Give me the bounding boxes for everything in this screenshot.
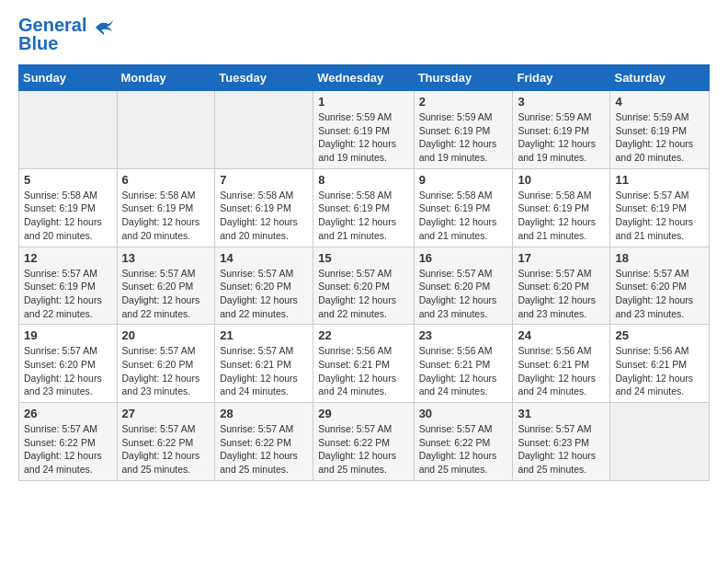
day-number: 8 bbox=[318, 173, 408, 187]
day-number: 9 bbox=[419, 173, 508, 187]
logo: General Blue bbox=[18, 15, 114, 53]
day-number: 30 bbox=[419, 407, 508, 420]
calendar-cell: 18Sunrise: 5:57 AM Sunset: 6:20 PM Dayli… bbox=[610, 247, 710, 325]
day-number: 11 bbox=[615, 173, 704, 187]
day-detail: Sunrise: 5:57 AM Sunset: 6:22 PM Dayligh… bbox=[24, 422, 112, 477]
day-detail: Sunrise: 5:56 AM Sunset: 6:21 PM Dayligh… bbox=[615, 344, 704, 398]
week-row-4: 26Sunrise: 5:57 AM Sunset: 6:22 PM Dayli… bbox=[19, 403, 710, 481]
day-detail: Sunrise: 5:57 AM Sunset: 6:20 PM Dayligh… bbox=[24, 344, 112, 398]
week-row-1: 5Sunrise: 5:58 AM Sunset: 6:19 PM Daylig… bbox=[19, 168, 710, 247]
day-number: 16 bbox=[419, 251, 508, 265]
day-detail: Sunrise: 5:59 AM Sunset: 6:19 PM Dayligh… bbox=[615, 110, 704, 165]
day-detail: Sunrise: 5:57 AM Sunset: 6:23 PM Dayligh… bbox=[518, 422, 605, 477]
day-number: 24 bbox=[518, 328, 605, 342]
day-detail: Sunrise: 5:58 AM Sunset: 6:19 PM Dayligh… bbox=[122, 189, 210, 243]
calendar-cell: 5Sunrise: 5:58 AM Sunset: 6:19 PM Daylig… bbox=[19, 168, 118, 247]
day-detail: Sunrise: 5:57 AM Sunset: 6:20 PM Dayligh… bbox=[419, 267, 508, 321]
calendar-cell: 11Sunrise: 5:57 AM Sunset: 6:19 PM Dayli… bbox=[610, 168, 710, 247]
page: General Blue SundayMondayTuesdayWednesda… bbox=[0, 0, 728, 496]
calendar-cell: 15Sunrise: 5:57 AM Sunset: 6:20 PM Dayli… bbox=[313, 247, 414, 325]
calendar-cell bbox=[19, 91, 118, 169]
calendar-cell: 23Sunrise: 5:56 AM Sunset: 6:21 PM Dayli… bbox=[414, 325, 513, 403]
day-number: 19 bbox=[24, 328, 112, 342]
calendar-cell bbox=[215, 91, 313, 169]
week-row-0: 1Sunrise: 5:59 AM Sunset: 6:19 PM Daylig… bbox=[19, 91, 710, 169]
calendar-cell: 14Sunrise: 5:57 AM Sunset: 6:20 PM Dayli… bbox=[215, 247, 313, 325]
day-detail: Sunrise: 5:57 AM Sunset: 6:22 PM Dayligh… bbox=[220, 422, 308, 477]
day-number: 5 bbox=[24, 173, 112, 187]
day-number: 22 bbox=[318, 328, 408, 342]
calendar-cell: 17Sunrise: 5:57 AM Sunset: 6:20 PM Dayli… bbox=[513, 247, 610, 325]
weekday-header-sunday: Sunday bbox=[19, 65, 118, 91]
day-detail: Sunrise: 5:57 AM Sunset: 6:21 PM Dayligh… bbox=[220, 344, 308, 398]
calendar-cell: 27Sunrise: 5:57 AM Sunset: 6:22 PM Dayli… bbox=[117, 403, 215, 481]
day-detail: Sunrise: 5:57 AM Sunset: 6:22 PM Dayligh… bbox=[122, 422, 210, 477]
weekday-header-saturday: Saturday bbox=[610, 65, 710, 91]
calendar-cell: 20Sunrise: 5:57 AM Sunset: 6:20 PM Dayli… bbox=[117, 325, 215, 403]
day-detail: Sunrise: 5:57 AM Sunset: 6:20 PM Dayligh… bbox=[318, 267, 408, 321]
day-detail: Sunrise: 5:57 AM Sunset: 6:20 PM Dayligh… bbox=[518, 267, 605, 321]
day-number: 1 bbox=[318, 95, 408, 109]
day-detail: Sunrise: 5:57 AM Sunset: 6:22 PM Dayligh… bbox=[318, 422, 408, 477]
day-number: 12 bbox=[24, 251, 112, 265]
calendar-cell: 31Sunrise: 5:57 AM Sunset: 6:23 PM Dayli… bbox=[513, 403, 610, 481]
day-number: 15 bbox=[318, 251, 408, 265]
day-detail: Sunrise: 5:59 AM Sunset: 6:19 PM Dayligh… bbox=[419, 110, 508, 165]
week-row-2: 12Sunrise: 5:57 AM Sunset: 6:19 PM Dayli… bbox=[19, 247, 710, 325]
day-detail: Sunrise: 5:58 AM Sunset: 6:19 PM Dayligh… bbox=[518, 189, 605, 243]
calendar-cell: 28Sunrise: 5:57 AM Sunset: 6:22 PM Dayli… bbox=[215, 403, 313, 481]
day-detail: Sunrise: 5:56 AM Sunset: 6:21 PM Dayligh… bbox=[419, 344, 508, 398]
day-detail: Sunrise: 5:57 AM Sunset: 6:20 PM Dayligh… bbox=[122, 344, 210, 398]
calendar-cell: 26Sunrise: 5:57 AM Sunset: 6:22 PM Dayli… bbox=[19, 403, 118, 481]
day-detail: Sunrise: 5:56 AM Sunset: 6:21 PM Dayligh… bbox=[518, 344, 605, 398]
day-detail: Sunrise: 5:57 AM Sunset: 6:19 PM Dayligh… bbox=[24, 267, 112, 321]
calendar-cell: 16Sunrise: 5:57 AM Sunset: 6:20 PM Dayli… bbox=[414, 247, 513, 325]
logo-bird-icon bbox=[94, 18, 114, 35]
day-number: 14 bbox=[220, 251, 308, 265]
calendar-cell: 8Sunrise: 5:58 AM Sunset: 6:19 PM Daylig… bbox=[313, 168, 414, 247]
day-detail: Sunrise: 5:57 AM Sunset: 6:22 PM Dayligh… bbox=[419, 422, 508, 477]
calendar-cell: 13Sunrise: 5:57 AM Sunset: 6:20 PM Dayli… bbox=[117, 247, 215, 325]
calendar-cell: 12Sunrise: 5:57 AM Sunset: 6:19 PM Dayli… bbox=[19, 247, 118, 325]
weekday-header-row: SundayMondayTuesdayWednesdayThursdayFrid… bbox=[19, 65, 710, 91]
week-row-3: 19Sunrise: 5:57 AM Sunset: 6:20 PM Dayli… bbox=[19, 325, 710, 403]
day-number: 27 bbox=[122, 407, 210, 420]
day-number: 23 bbox=[419, 328, 508, 342]
day-number: 18 bbox=[615, 251, 704, 265]
calendar-cell: 7Sunrise: 5:58 AM Sunset: 6:19 PM Daylig… bbox=[215, 168, 313, 247]
calendar-cell bbox=[117, 91, 215, 169]
day-number: 7 bbox=[220, 173, 308, 187]
calendar-cell: 4Sunrise: 5:59 AM Sunset: 6:19 PM Daylig… bbox=[610, 91, 710, 169]
day-detail: Sunrise: 5:56 AM Sunset: 6:21 PM Dayligh… bbox=[318, 344, 408, 398]
calendar-cell: 29Sunrise: 5:57 AM Sunset: 6:22 PM Dayli… bbox=[313, 403, 414, 481]
day-number: 2 bbox=[419, 95, 508, 109]
calendar-cell: 19Sunrise: 5:57 AM Sunset: 6:20 PM Dayli… bbox=[19, 325, 118, 403]
day-number: 6 bbox=[122, 173, 210, 187]
calendar-cell: 6Sunrise: 5:58 AM Sunset: 6:19 PM Daylig… bbox=[117, 168, 215, 247]
day-detail: Sunrise: 5:58 AM Sunset: 6:19 PM Dayligh… bbox=[24, 189, 112, 243]
day-detail: Sunrise: 5:58 AM Sunset: 6:19 PM Dayligh… bbox=[419, 189, 508, 243]
day-number: 28 bbox=[220, 407, 308, 420]
calendar-cell: 3Sunrise: 5:59 AM Sunset: 6:19 PM Daylig… bbox=[513, 91, 610, 169]
calendar-cell: 9Sunrise: 5:58 AM Sunset: 6:19 PM Daylig… bbox=[414, 168, 513, 247]
calendar-cell: 22Sunrise: 5:56 AM Sunset: 6:21 PM Dayli… bbox=[313, 325, 414, 403]
day-detail: Sunrise: 5:58 AM Sunset: 6:19 PM Dayligh… bbox=[318, 189, 408, 243]
day-number: 3 bbox=[518, 95, 605, 109]
weekday-header-monday: Monday bbox=[117, 65, 215, 91]
calendar-cell: 25Sunrise: 5:56 AM Sunset: 6:21 PM Dayli… bbox=[610, 325, 710, 403]
day-number: 17 bbox=[518, 251, 605, 265]
day-number: 25 bbox=[615, 328, 704, 342]
day-number: 4 bbox=[615, 95, 704, 109]
weekday-header-friday: Friday bbox=[513, 65, 610, 91]
day-number: 31 bbox=[518, 407, 605, 420]
weekday-header-thursday: Thursday bbox=[414, 65, 513, 91]
day-detail: Sunrise: 5:57 AM Sunset: 6:20 PM Dayligh… bbox=[122, 267, 210, 321]
day-number: 29 bbox=[318, 407, 408, 420]
day-detail: Sunrise: 5:59 AM Sunset: 6:19 PM Dayligh… bbox=[518, 110, 605, 165]
calendar-cell: 1Sunrise: 5:59 AM Sunset: 6:19 PM Daylig… bbox=[313, 91, 414, 169]
calendar-cell: 10Sunrise: 5:58 AM Sunset: 6:19 PM Dayli… bbox=[513, 168, 610, 247]
calendar-cell: 24Sunrise: 5:56 AM Sunset: 6:21 PM Dayli… bbox=[513, 325, 610, 403]
day-detail: Sunrise: 5:57 AM Sunset: 6:20 PM Dayligh… bbox=[615, 267, 704, 321]
calendar-cell bbox=[610, 403, 710, 481]
calendar-table: SundayMondayTuesdayWednesdayThursdayFrid… bbox=[18, 64, 710, 481]
